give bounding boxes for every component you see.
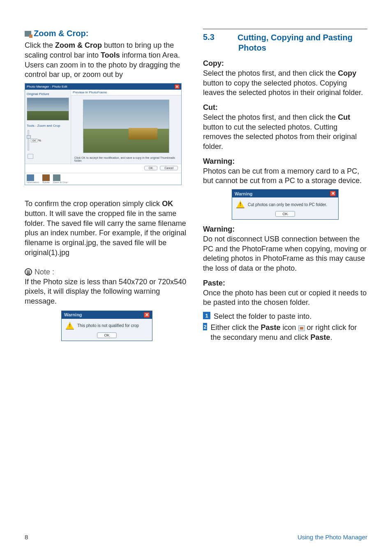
step-2-text: Either click the Paste icon or right cli…	[210, 323, 367, 342]
zoom-slider-thumb[interactable]	[27, 135, 31, 139]
zoom-crop-heading: Zoom & Crop:	[25, 29, 189, 38]
zoom-crop-title-text: Zoom & Crop:	[34, 29, 88, 38]
warn1-text: This photo is not qualified for crop	[77, 323, 139, 328]
pm-f-zoom: Zoom & Crop	[53, 181, 68, 183]
pm-hint: Click OK to accept the modification, and…	[71, 153, 181, 164]
close-icon[interactable]: ✕	[330, 191, 336, 196]
section-heading: 5.3 Cutting, Copying and Pasting Photos	[203, 32, 367, 53]
warning-heading-2: Warning:	[203, 225, 235, 233]
paste-block: Paste: Once the photo has been cut or co…	[203, 278, 367, 308]
zoom-crop-paragraph: Click the Zoom & Crop button to bring up…	[25, 41, 189, 80]
warn2-title: Warning	[235, 191, 253, 196]
step-number-2: 2	[203, 323, 207, 330]
left-column: Zoom & Crop: Click the Zoom & Crop butto…	[25, 29, 189, 345]
note-icon	[25, 268, 32, 276]
pm-title-text: Photo Manager - Photo Edit	[27, 85, 67, 88]
paste-step-1: 1 Select the folder to paste into.	[203, 312, 367, 321]
zoom-p1a: Click the	[25, 41, 55, 49]
photo-manager-dialog: Photo Manager - Photo Edit ✕ Original Pi…	[25, 83, 182, 185]
warning-block-1: Warning: Photos can be cut from a memory…	[203, 157, 367, 186]
paste-heading: Paste:	[203, 279, 225, 287]
cut-block: Cut: Select the photos first, and then c…	[203, 103, 367, 152]
pm-titlebar: Photo Manager - Photo Edit ✕	[25, 84, 181, 90]
pm-preview-image	[83, 100, 169, 153]
zoom-value[interactable]: 64	[31, 139, 37, 142]
confirm-pa: To confirm the crop operation simply cli…	[25, 200, 162, 208]
info-icon[interactable]	[27, 174, 34, 181]
zoom-crop-footer-icon[interactable]	[53, 174, 60, 181]
warning-block-2: Warning: Do not disconnect USB connectio…	[203, 225, 367, 274]
footer-section-link: Using the Photo Manager	[297, 534, 367, 541]
zoom-slider[interactable]	[28, 130, 29, 151]
warn2-text: Cut photos can only be moved to PC folde…	[248, 202, 327, 207]
pm-original-thumbnail	[27, 97, 69, 121]
fit-icon[interactable]	[28, 154, 33, 159]
pm-ok-button[interactable]: OK	[144, 166, 157, 170]
copy-block: Copy: Select the photos first, and then …	[203, 59, 367, 98]
section-number: 5.3	[203, 32, 225, 53]
confirm-paragraph: To confirm the crop operation simply cli…	[25, 199, 189, 258]
zoom-crop-icon	[25, 31, 31, 37]
page-footer: 8 Using the Photo Manager	[25, 534, 367, 541]
rotate-icon[interactable]	[42, 174, 50, 181]
ok-bold: OK	[162, 200, 173, 208]
section-rule	[203, 29, 367, 29]
note-heading: Note :	[25, 268, 189, 276]
paste-step-2: 2 Either click the Paste icon or right c…	[203, 323, 367, 342]
pm-f-info: Information	[27, 181, 39, 183]
warn1-ok-button[interactable]: OK	[97, 332, 116, 338]
zoom-crop-bold: Zoom & Crop	[55, 41, 102, 49]
close-icon[interactable]: ✕	[175, 84, 180, 89]
cut-heading: Cut:	[203, 103, 218, 111]
page-number: 8	[25, 534, 28, 541]
zoom-pct: %	[38, 139, 41, 142]
pm-cancel-button[interactable]: Cancel	[160, 166, 178, 170]
warning-heading-1: Warning:	[203, 157, 235, 165]
pm-preview-label: Preview in PhotoFrame	[71, 90, 181, 95]
confirm-pb: button. It will save the cropped file in…	[25, 209, 186, 257]
tools-bold: Tools	[101, 51, 120, 59]
pm-original-label: Original Picture	[27, 91, 69, 97]
warning-icon	[66, 322, 74, 330]
warning-dialog-cut: Warning ✕ Cut photos can only be moved t…	[232, 189, 339, 220]
pm-tools-label: Tools - Zoom and Crop	[27, 123, 69, 128]
step-1-text: Select the folder to paste into.	[214, 312, 311, 321]
warning-dialog-crop: Warning ✕ This photo is not qualified fo…	[61, 311, 152, 341]
paste-icon	[298, 325, 305, 331]
section-title: Cutting, Copying and Pasting Photos	[238, 32, 353, 53]
warn1-title: Warning	[64, 312, 82, 317]
copy-heading: Copy:	[203, 59, 224, 67]
warning-icon	[236, 201, 244, 208]
note-label: Note :	[35, 268, 54, 276]
close-icon[interactable]: ✕	[144, 312, 150, 318]
paste-steps: 1 Select the folder to paste into. 2 Eit…	[203, 312, 367, 342]
warn2-ok-button[interactable]: OK	[275, 211, 295, 217]
note-text: If the Photo size is less than 540x720 o…	[25, 277, 189, 306]
pm-f-rotate: Rotate	[42, 181, 50, 183]
step-number-1: 1	[203, 312, 210, 319]
right-column: 5.3 Cutting, Copying and Pasting Photos …	[203, 29, 367, 345]
